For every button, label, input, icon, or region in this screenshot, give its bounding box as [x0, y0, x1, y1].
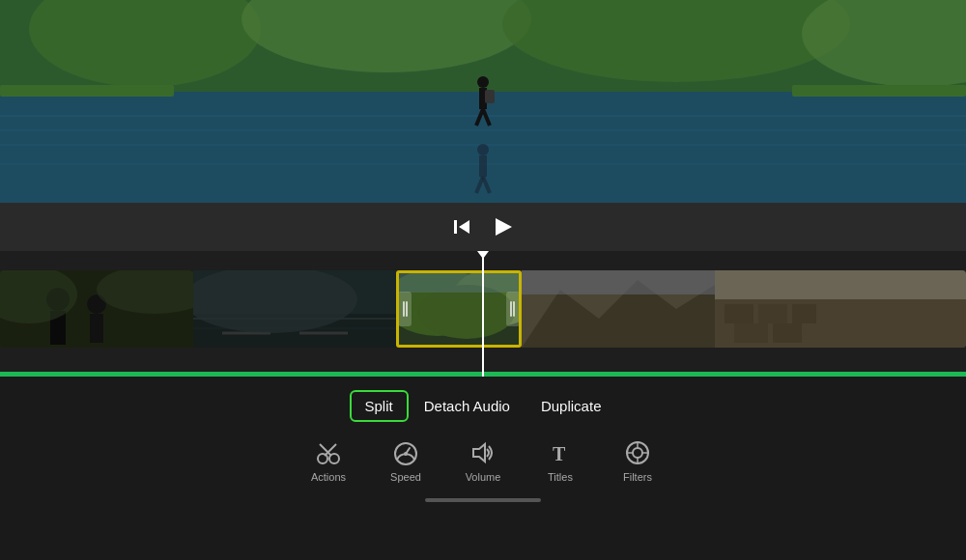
svg-rect-52 [724, 304, 753, 323]
svg-rect-46 [513, 301, 515, 317]
action-bar: Split Detach Audio Duplicate [0, 377, 966, 425]
play-icon [491, 215, 514, 238]
toolbar: Actions Speed [0, 425, 966, 489]
bottom-panel: Split Detach Audio Duplicate Actions [0, 377, 966, 546]
speed-tool[interactable]: Speed [367, 433, 444, 489]
detach-audio-action[interactable]: Detach Audio [409, 390, 526, 422]
svg-rect-21 [454, 220, 457, 234]
volume-label: Volume [466, 471, 501, 483]
playhead [482, 251, 484, 377]
duplicate-action[interactable]: Duplicate [526, 390, 617, 422]
clip-4[interactable] [715, 270, 966, 348]
split-action[interactable]: Split [350, 390, 409, 422]
actions-tool[interactable]: Actions [290, 433, 367, 489]
svg-rect-54 [792, 304, 816, 323]
clip-1[interactable] [0, 270, 193, 348]
clip-left-handle[interactable] [398, 292, 412, 326]
svg-rect-14 [485, 90, 495, 103]
svg-rect-53 [758, 304, 787, 323]
svg-point-15 [477, 144, 489, 155]
svg-rect-56 [773, 323, 802, 343]
filters-icon [623, 438, 652, 467]
svg-rect-19 [0, 85, 174, 97]
clip-selected[interactable] [396, 270, 522, 348]
actions-icon [314, 438, 343, 467]
svg-rect-28 [90, 314, 103, 343]
speed-icon [391, 438, 420, 467]
svg-rect-42 [399, 273, 519, 293]
timeline[interactable] [0, 251, 966, 377]
clip-2[interactable] [193, 270, 396, 348]
svg-text:T: T [553, 443, 566, 464]
svg-rect-49 [522, 270, 715, 294]
svg-rect-20 [792, 85, 966, 97]
skip-back-button[interactable] [452, 217, 471, 237]
svg-rect-16 [479, 155, 487, 177]
svg-rect-44 [406, 301, 408, 317]
svg-rect-43 [403, 301, 405, 317]
svg-point-10 [477, 76, 489, 88]
svg-point-64 [404, 452, 408, 456]
clip-right-handle[interactable] [506, 292, 520, 326]
play-button[interactable] [491, 215, 514, 238]
svg-marker-22 [459, 220, 469, 234]
svg-rect-57 [715, 270, 966, 299]
volume-tool[interactable]: Volume [444, 433, 522, 489]
titles-icon: T [546, 438, 575, 467]
volume-icon [469, 438, 497, 467]
transport-controls [0, 203, 966, 251]
scene-svg [0, 0, 966, 203]
speed-label: Speed [390, 471, 421, 483]
svg-point-68 [633, 448, 642, 458]
filters-label: Filters [623, 471, 652, 483]
titles-label: Titles [548, 471, 573, 483]
svg-rect-45 [510, 301, 512, 317]
actions-label: Actions [311, 471, 346, 483]
scroll-indicator[interactable] [425, 498, 541, 502]
svg-point-41 [418, 285, 515, 339]
filters-tool[interactable]: Filters [599, 433, 676, 489]
svg-rect-55 [734, 323, 768, 343]
svg-marker-65 [473, 444, 485, 462]
scene-background [0, 0, 966, 203]
titles-tool[interactable]: T Titles [522, 433, 599, 489]
video-preview [0, 0, 966, 203]
clip-3[interactable] [522, 270, 715, 348]
skip-back-icon [452, 217, 471, 237]
svg-marker-23 [496, 218, 512, 236]
